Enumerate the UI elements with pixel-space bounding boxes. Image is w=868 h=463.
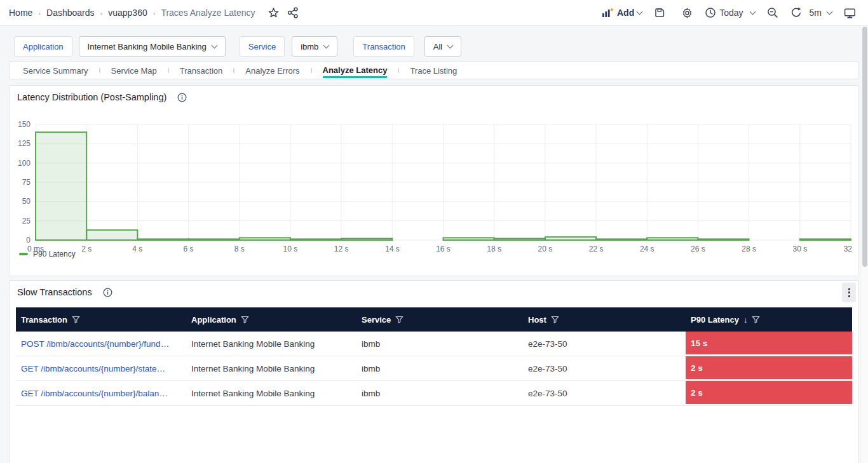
chevron-down-icon <box>447 42 454 48</box>
filter-funnel-icon[interactable] <box>395 316 403 324</box>
host-cell: e2e-73-50 <box>523 381 686 405</box>
y-axis-tick-label: 75 <box>22 178 31 187</box>
chevron-down-icon <box>749 8 756 15</box>
transaction-link[interactable]: GET /ibmb/accounts/{number}/balan… <box>21 389 168 398</box>
filter-funnel-icon[interactable] <box>241 316 249 324</box>
column-header-transaction[interactable]: Transaction <box>16 307 186 332</box>
favorite-star-icon[interactable] <box>264 3 283 22</box>
save-dashboard-icon[interactable] <box>650 3 669 22</box>
tab-divider <box>311 68 312 73</box>
time-range-label: Today <box>719 8 743 18</box>
x-axis-tick-label: 12 s <box>334 245 349 253</box>
x-axis-tick-label: 2 s <box>81 245 92 253</box>
y-axis-tick-label: 0 <box>26 236 31 245</box>
filter-funnel-icon[interactable] <box>551 316 559 324</box>
tv-kiosk-mode-icon[interactable] <box>840 3 859 22</box>
zoom-out-time-icon[interactable] <box>763 3 782 22</box>
service-cell: ibmb <box>356 356 523 380</box>
histogram-bar <box>800 239 851 240</box>
dashboard-settings-gear-icon[interactable] <box>677 3 696 22</box>
slow-transactions-table: Transaction Application Service Host <box>16 307 852 406</box>
column-header-application[interactable]: Application <box>186 307 356 332</box>
tab-divider <box>233 68 234 73</box>
breadcrumb-folder[interactable]: vuapp360 <box>108 8 147 18</box>
add-panel-button[interactable]: Add <box>602 8 642 18</box>
service-filter-value: ibmb <box>301 42 318 51</box>
tab-divider <box>99 68 100 73</box>
tab-trace-listing[interactable]: Trace Listing <box>410 64 457 77</box>
service-cell: ibmb <box>356 332 523 356</box>
histogram-bar <box>444 238 494 240</box>
latency-histogram-chart: 02550751001251500 ms2 s4 s6 s8 s10 s12 s… <box>17 118 852 269</box>
histogram-bar <box>545 237 596 240</box>
table-row: GET /ibmb/accounts/{number}/balan… Inter… <box>16 381 852 406</box>
p90-latency-cell: 2 s <box>686 381 852 404</box>
tab-service-map[interactable]: Service Map <box>111 64 157 77</box>
x-axis-tick-label: 8 s <box>234 245 245 253</box>
breadcrumb-dashboards[interactable]: Dashboards <box>46 8 95 18</box>
column-header-p90-latency[interactable]: P90 Latency ↓ <box>686 307 852 332</box>
application-cell: Internet Banking Mobile Banking <box>186 356 356 380</box>
histogram-bar <box>36 132 86 240</box>
y-axis-tick-label: 150 <box>18 120 31 129</box>
slow-transactions-panel: Slow Transactions Transaction Applicatio… <box>9 280 859 463</box>
chart-legend[interactable]: P90 Latency <box>19 250 76 258</box>
tab-analyze-latency[interactable]: Analyze Latency <box>323 63 388 78</box>
transaction-filter-label: Transaction <box>353 36 414 57</box>
table-row: GET /ibmb/accounts/{number}/state… Inter… <box>16 356 852 381</box>
transaction-link[interactable]: GET /ibmb/accounts/{number}/state… <box>21 364 165 373</box>
info-icon[interactable] <box>103 288 112 297</box>
table-row: POST /ibmb/accounts/{number}/fund… Inter… <box>16 332 852 356</box>
histogram-bar <box>647 238 698 240</box>
histogram-bar <box>341 239 392 240</box>
transaction-filter-dropdown[interactable]: All <box>424 36 461 57</box>
filter-funnel-icon[interactable] <box>72 316 80 324</box>
refresh-interval-label: 5m <box>810 8 822 18</box>
column-header-host[interactable]: Host <box>523 307 686 332</box>
panel-menu-kebab-icon[interactable] <box>842 283 856 302</box>
transaction-link[interactable]: POST /ibmb/accounts/{number}/fund… <box>21 339 169 349</box>
page-scrollbar <box>862 26 868 463</box>
info-icon[interactable] <box>177 93 187 102</box>
column-header-service[interactable]: Service <box>356 307 523 332</box>
service-filter-dropdown[interactable]: ibmb <box>292 36 337 57</box>
tab-analyze-errors[interactable]: Analyze Errors <box>245 64 299 77</box>
legend-swatch-green <box>19 253 28 255</box>
p90-latency-cell: 2 s <box>686 356 852 379</box>
tab-service-summary[interactable]: Service Summary <box>23 64 88 77</box>
histogram-bar <box>290 239 341 240</box>
host-cell: e2e-73-50 <box>523 356 686 380</box>
x-axis-tick-label: 24 s <box>640 245 654 253</box>
tab-transaction[interactable]: Transaction <box>180 64 222 77</box>
refresh-interval-picker[interactable]: 5m <box>790 7 832 18</box>
breadcrumb-separator-icon: › <box>38 10 41 17</box>
time-range-picker[interactable]: Today <box>705 7 754 18</box>
application-filter-dropdown[interactable]: Internet Banking Mobile Banking <box>79 36 226 57</box>
host-cell: e2e-73-50 <box>523 332 686 356</box>
x-axis-tick-label: 26 s <box>691 245 705 253</box>
x-axis-tick-label: 16 s <box>436 245 451 253</box>
service-filter-label: Service <box>240 36 285 57</box>
share-icon[interactable] <box>283 3 302 22</box>
legend-series-label: P90 Latency <box>33 250 76 258</box>
sort-descending-icon[interactable]: ↓ <box>743 315 748 325</box>
chevron-down-icon <box>827 8 833 15</box>
chevron-down-icon <box>211 42 217 48</box>
slow-transactions-title: Slow Transactions <box>17 287 92 297</box>
scrollbar-thumb[interactable] <box>862 27 867 267</box>
variable-filters-row: Application Internet Banking Mobile Bank… <box>14 36 461 57</box>
breadcrumb-home[interactable]: Home <box>9 8 32 18</box>
application-filter-value: Internet Banking Mobile Banking <box>88 42 207 51</box>
refresh-icon <box>790 7 802 18</box>
chevron-down-icon <box>637 8 643 15</box>
application-filter-label: Application <box>14 36 72 57</box>
x-axis-tick-label: 18 s <box>487 245 501 253</box>
x-axis-tick-label: 32 s <box>844 245 852 253</box>
tab-divider <box>168 68 169 73</box>
y-axis-tick-label: 125 <box>18 139 31 148</box>
tab-divider <box>398 68 399 73</box>
x-axis-tick-label: 14 s <box>385 245 400 253</box>
filter-funnel-icon[interactable] <box>752 316 760 324</box>
top-navigation-bar: Home › Dashboards › vuapp360 › Traces An… <box>0 0 868 26</box>
x-axis-tick-label: 6 s <box>184 245 194 253</box>
